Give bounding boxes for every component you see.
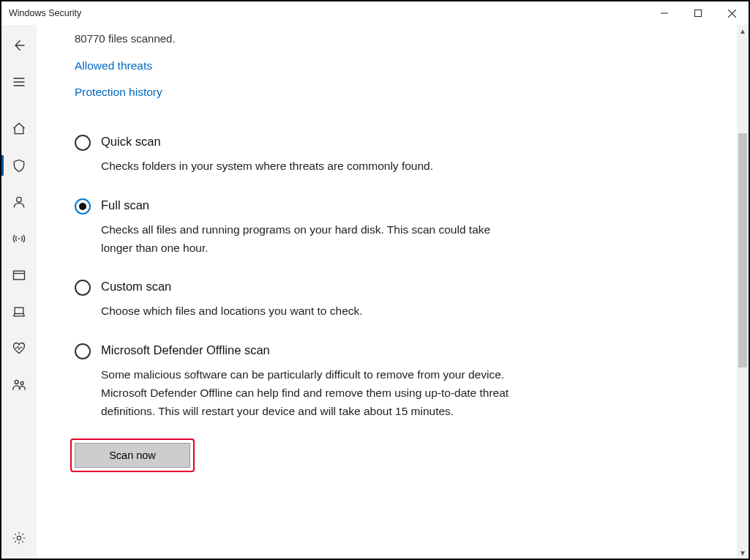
- gear-icon: [12, 531, 26, 545]
- close-button[interactable]: [715, 1, 749, 25]
- sidebar-item-family-options[interactable]: [1, 370, 37, 400]
- offline-scan-radio[interactable]: [75, 343, 91, 359]
- sidebar-item-home[interactable]: [1, 114, 37, 143]
- quick-scan-label: Quick scan: [101, 135, 433, 149]
- signal-icon: [12, 231, 26, 246]
- sidebar: [1, 25, 37, 559]
- custom-scan-label: Custom scan: [101, 280, 363, 294]
- scrollbar-thumb[interactable]: [738, 133, 747, 367]
- back-button[interactable]: [1, 31, 37, 60]
- home-icon: [12, 122, 26, 136]
- offline-scan-desc: Some malicious software can be particula…: [101, 366, 518, 420]
- svg-point-1: [16, 197, 21, 202]
- sidebar-item-device-security[interactable]: [1, 297, 37, 326]
- offline-scan-label: Microsoft Defender Offline scan: [101, 343, 518, 357]
- sidebar-item-device-performance[interactable]: [1, 334, 37, 363]
- maximize-icon: [694, 10, 702, 17]
- svg-point-7: [17, 536, 20, 540]
- scan-now-button[interactable]: Scan now: [75, 443, 190, 468]
- laptop-icon: [12, 305, 26, 319]
- full-scan-radio[interactable]: [75, 198, 91, 214]
- quick-scan-radio[interactable]: [75, 135, 91, 151]
- browser-icon: [12, 268, 26, 283]
- scroll-up-arrow[interactable]: ▲: [737, 25, 749, 37]
- hamburger-icon: [12, 75, 26, 89]
- full-scan-label: Full scan: [101, 198, 518, 212]
- close-icon: [728, 10, 736, 18]
- scan-status-text: 80770 files scanned.: [75, 32, 708, 45]
- svg-point-2: [18, 238, 19, 239]
- custom-scan-radio[interactable]: [75, 280, 91, 296]
- sidebar-item-firewall[interactable]: [1, 224, 37, 253]
- svg-point-6: [20, 382, 23, 385]
- person-icon: [12, 195, 26, 209]
- family-icon: [12, 378, 26, 392]
- content-area: 80770 files scanned. Allowed threats Pro…: [37, 25, 737, 559]
- minimize-icon: [661, 10, 668, 17]
- custom-scan-desc: Choose which files and locations you wan…: [101, 302, 363, 321]
- allowed-threats-link[interactable]: Allowed threats: [75, 59, 708, 72]
- svg-rect-3: [13, 271, 24, 280]
- sidebar-item-account-protection[interactable]: [1, 187, 37, 217]
- vertical-scrollbar[interactable]: ▲ ▼: [737, 25, 749, 559]
- protection-history-link[interactable]: Protection history: [75, 86, 708, 99]
- window-title: Windows Security: [9, 8, 81, 18]
- back-arrow-icon: [12, 38, 26, 53]
- sidebar-item-virus-protection[interactable]: [1, 151, 37, 180]
- svg-rect-0: [695, 10, 702, 17]
- menu-button[interactable]: [1, 67, 37, 97]
- sidebar-item-settings[interactable]: [1, 523, 37, 553]
- heart-icon: [12, 341, 26, 356]
- titlebar: Windows Security: [1, 1, 749, 25]
- scroll-down-arrow[interactable]: ▼: [737, 547, 749, 559]
- sidebar-item-app-browser[interactable]: [1, 261, 37, 290]
- svg-rect-4: [15, 307, 23, 313]
- svg-point-5: [15, 380, 18, 384]
- full-scan-desc: Checks all files and running programs on…: [101, 221, 518, 258]
- minimize-button[interactable]: [648, 1, 681, 25]
- shield-icon: [12, 158, 26, 173]
- maximize-button[interactable]: [681, 1, 715, 25]
- quick-scan-desc: Checks folders in your system where thre…: [101, 157, 433, 176]
